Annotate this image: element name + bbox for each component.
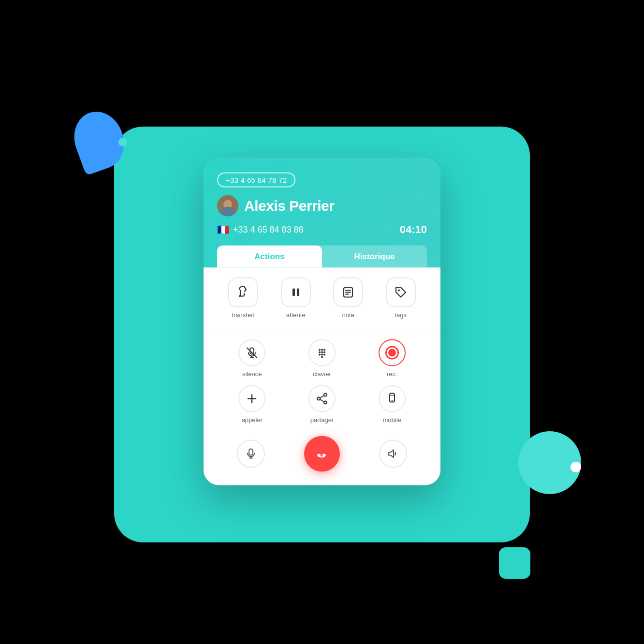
svg-point-14 bbox=[324, 394, 327, 396]
partager-label: partager bbox=[310, 416, 334, 424]
silence-label: silence bbox=[242, 370, 262, 378]
tags-icon bbox=[394, 286, 408, 299]
control-clavier[interactable]: clavier bbox=[287, 339, 357, 378]
attente-icon-box bbox=[281, 278, 311, 307]
deco-teal-dot-small bbox=[118, 138, 127, 146]
svg-point-9 bbox=[323, 351, 325, 353]
speaker-icon bbox=[387, 448, 399, 460]
svg-point-4 bbox=[319, 349, 321, 351]
control-partager[interactable]: partager bbox=[287, 385, 357, 424]
svg-point-7 bbox=[319, 351, 321, 353]
mobile-label: mobile bbox=[383, 416, 401, 424]
action-note-button[interactable]: note bbox=[333, 278, 363, 319]
header-section: +33 4 65 84 78 72 Alexis Perrier 🇫🇷 +33 … bbox=[204, 159, 440, 268]
phone-widget: +33 4 65 84 78 72 Alexis Perrier 🇫🇷 +33 … bbox=[204, 159, 440, 485]
svg-point-5 bbox=[321, 349, 323, 351]
clavier-icon bbox=[316, 347, 328, 359]
hangup-button[interactable] bbox=[304, 436, 340, 472]
phone-badge-number: +33 4 65 84 78 72 bbox=[226, 176, 287, 184]
deco-teal-square bbox=[499, 547, 530, 579]
note-icon bbox=[341, 286, 355, 299]
deco-white-dot bbox=[571, 462, 581, 472]
action-attente-button[interactable]: attente bbox=[281, 278, 311, 319]
call-number: 🇫🇷 +33 4 65 84 83 88 bbox=[217, 224, 304, 235]
tags-icon-box bbox=[386, 278, 416, 307]
transfert-label: transfert bbox=[232, 311, 255, 319]
call-info-row: 🇫🇷 +33 4 65 84 83 88 04:10 bbox=[217, 223, 427, 236]
tab-historique[interactable]: Historique bbox=[322, 246, 427, 268]
tags-label: tags bbox=[395, 311, 407, 319]
svg-rect-1 bbox=[297, 289, 299, 296]
partager-icon bbox=[316, 393, 328, 405]
hangup-icon bbox=[315, 447, 329, 461]
svg-point-16 bbox=[324, 401, 327, 404]
controls-grid: silence bbox=[217, 339, 427, 424]
control-rec[interactable]: rec. bbox=[357, 339, 427, 378]
svg-point-18 bbox=[391, 400, 392, 401]
appeler-icon bbox=[246, 393, 258, 405]
svg-point-3 bbox=[398, 290, 400, 292]
appeler-label: appeler bbox=[242, 416, 263, 424]
transfert-icon bbox=[236, 286, 250, 299]
clavier-icon-circle bbox=[308, 339, 336, 366]
silence-icon bbox=[246, 347, 258, 359]
avatar bbox=[217, 195, 238, 217]
mic-button[interactable] bbox=[237, 440, 265, 468]
silence-icon-circle bbox=[238, 339, 265, 366]
svg-point-15 bbox=[317, 397, 320, 400]
control-mobile[interactable]: mobile bbox=[357, 385, 427, 424]
transfert-icon-box bbox=[228, 278, 258, 307]
attente-icon bbox=[289, 286, 303, 299]
contact-name: Alexis Perrier bbox=[244, 198, 334, 214]
actions-section: transfert attente note bbox=[204, 268, 440, 330]
contact-row: Alexis Perrier bbox=[217, 195, 427, 217]
svg-point-12 bbox=[323, 354, 325, 356]
partager-icon-circle bbox=[308, 385, 336, 412]
note-icon-box bbox=[333, 278, 363, 307]
mic-icon bbox=[245, 448, 257, 460]
mobile-icon bbox=[386, 393, 398, 405]
mobile-icon-circle bbox=[379, 385, 406, 412]
svg-point-13 bbox=[321, 356, 323, 358]
attente-label: attente bbox=[286, 311, 306, 319]
appeler-icon-circle bbox=[238, 385, 265, 412]
phone-number-badge: +33 4 65 84 78 72 bbox=[217, 173, 295, 188]
action-transfert-button[interactable]: transfert bbox=[228, 278, 258, 319]
flag-icon: 🇫🇷 bbox=[217, 224, 229, 235]
clavier-label: clavier bbox=[313, 370, 331, 378]
rec-dot bbox=[387, 348, 397, 358]
tabs-container: Actions Historique bbox=[217, 246, 427, 268]
controls-section: silence bbox=[204, 330, 440, 485]
svg-point-10 bbox=[319, 354, 321, 356]
control-silence[interactable]: silence bbox=[217, 339, 287, 378]
action-tags-button[interactable]: tags bbox=[386, 278, 416, 319]
svg-rect-0 bbox=[293, 289, 295, 296]
rec-icon-circle bbox=[379, 339, 406, 366]
svg-point-6 bbox=[323, 349, 325, 351]
rec-label: rec. bbox=[387, 370, 397, 378]
control-appeler[interactable]: appeler bbox=[217, 385, 287, 424]
call-timer: 04:10 bbox=[400, 223, 427, 236]
svg-point-8 bbox=[321, 351, 323, 353]
tab-actions[interactable]: Actions bbox=[217, 246, 322, 268]
svg-point-11 bbox=[321, 354, 323, 356]
speaker-button[interactable] bbox=[379, 440, 407, 468]
call-number-text: +33 4 65 84 83 88 bbox=[233, 224, 304, 234]
note-label: note bbox=[342, 311, 354, 319]
call-controls-row bbox=[217, 427, 427, 476]
